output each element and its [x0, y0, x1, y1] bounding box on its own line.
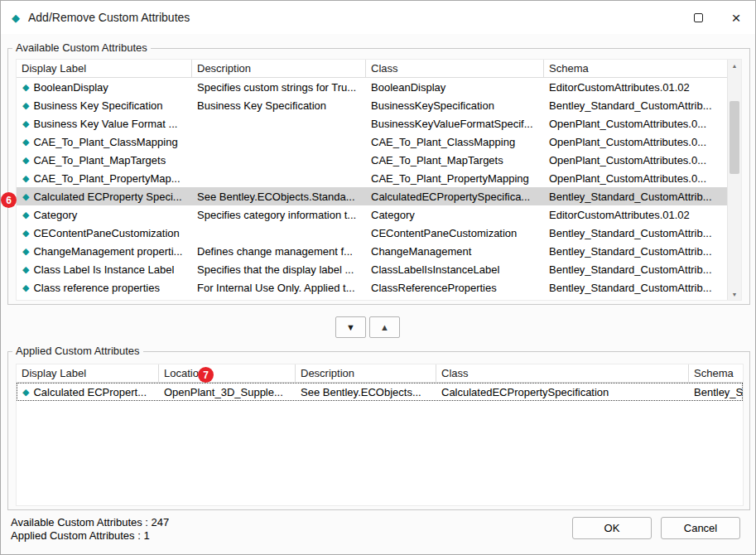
cell-schema: EditorCustomAttributes.01.02: [544, 205, 727, 224]
cell-schema: OpenPlant_CustomAttributes.0...: [544, 114, 727, 133]
title-bar: ◆ Add/Remove Custom Attributes ×: [1, 1, 755, 34]
close-icon: ×: [731, 10, 740, 26]
column-header-display-label[interactable]: Display Label: [17, 364, 159, 382]
move-buttons: ▼ ▲: [335, 316, 400, 338]
column-header-class[interactable]: Class: [436, 364, 689, 382]
cell-display-label: Business Key Value Format ...: [33, 118, 177, 130]
table-row[interactable]: ◆Class Label Is Instance Label Specifies…: [17, 260, 727, 278]
cell-display-label: CAE_To_Plant_ClassMapping: [33, 136, 177, 148]
table-row[interactable]: ◆ChangeManagement properti... Defines ch…: [17, 242, 727, 260]
attribute-icon: ◆: [22, 100, 29, 111]
cell-display-label: BooleanDisplay: [33, 81, 108, 94]
column-header-display-label[interactable]: Display Label: [17, 60, 192, 77]
move-down-icon: ▼: [346, 322, 355, 332]
table-row[interactable]: ◆CAE_To_Plant_MapTargets CAE_To_Plant_Ma…: [17, 151, 727, 169]
attribute-icon: ◆: [22, 82, 29, 93]
move-down-button[interactable]: ▼: [335, 316, 366, 338]
move-up-icon: ▲: [380, 322, 389, 332]
table-row[interactable]: ◆Category Specifies category information…: [17, 205, 727, 224]
attribute-icon: ◆: [22, 228, 29, 239]
cell-schema: Bentley_Standard_CustomAttrib...: [544, 96, 727, 114]
cell-class: ClassReferenceProperties: [366, 278, 544, 297]
attribute-icon: ◆: [22, 387, 29, 398]
ok-button[interactable]: OK: [572, 517, 652, 539]
cell-display-label: Class Label Is Instance Label: [33, 263, 174, 276]
applied-custom-attributes-group: Applied Custom Attributes Display Label …: [7, 351, 750, 510]
table-row-selected[interactable]: ◆Calculated ECProperty Speci... See Bent…: [17, 187, 727, 205]
maximize-button[interactable]: [679, 1, 717, 34]
annotation-badge-7: 7: [198, 367, 214, 383]
column-header-description[interactable]: Description: [192, 60, 366, 77]
scroll-down-icon[interactable]: ▼: [728, 288, 741, 300]
cell-class: Category: [366, 205, 544, 224]
scroll-up-icon[interactable]: ▲: [728, 60, 741, 71]
available-table-body: Display Label Description Class Schema ◆…: [17, 60, 727, 300]
available-group-label: Available Custom Attributes: [12, 41, 151, 54]
column-header-schema[interactable]: Schema: [544, 60, 727, 77]
applied-count-label: Applied Custom Attributes : 1: [11, 529, 150, 542]
cell-description: [192, 114, 366, 133]
applied-table-header: Display Label Location Description Class…: [17, 364, 743, 383]
available-table-header: Display Label Description Class Schema: [17, 60, 727, 78]
cell-display-label: Category: [33, 209, 77, 221]
column-header-description[interactable]: Description: [296, 364, 436, 382]
scrollbar-thumb[interactable]: [730, 101, 739, 174]
cell-location: OpenPlant_3D_Supple...: [159, 383, 296, 401]
cell-description: See Bentley.ECObjects.Standa...: [192, 187, 366, 205]
cell-schema: Bentley_Standard_CustomAttrib...: [544, 242, 727, 260]
cell-class: CAE_To_Plant_MapTargets: [366, 151, 544, 169]
table-row[interactable]: ◆Class reference properties For Internal…: [17, 278, 727, 297]
table-row-selected[interactable]: ◆Calculated ECPropert... OpenPlant_3D_Su…: [17, 383, 743, 401]
cell-schema: OpenPlant_CustomAttributes.0...: [544, 169, 727, 187]
close-button[interactable]: ×: [717, 1, 755, 34]
column-header-class[interactable]: Class: [366, 60, 544, 77]
window-controls: ×: [679, 1, 755, 34]
table-row[interactable]: ◆Business Key Specification Business Key…: [17, 96, 727, 114]
cell-display-label: Class reference properties: [33, 282, 159, 294]
cell-class: BusinessKeyValueFormatSpecif...: [366, 114, 544, 133]
maximize-icon: [694, 13, 703, 22]
attribute-icon: ◆: [22, 173, 29, 184]
cell-display-label: CAE_To_Plant_MapTargets: [33, 154, 166, 166]
cell-description: [192, 133, 366, 151]
cell-description: Business Key Specification: [192, 96, 366, 114]
table-row[interactable]: ◆CAE_To_Plant_PropertyMap... CAE_To_Plan…: [17, 169, 727, 187]
cell-schema: Bentley_Standard_CustomAttrib...: [544, 187, 727, 205]
applied-table-body: Display Label Location Description Class…: [17, 364, 743, 505]
cell-description: [192, 224, 366, 242]
cell-class: CAE_To_Plant_ClassMapping: [366, 133, 544, 151]
cell-schema: OpenPlant_CustomAttributes.0...: [544, 151, 727, 169]
cell-class: ChangeManagement: [366, 242, 544, 260]
attribute-icon: ◆: [22, 282, 29, 293]
column-header-location[interactable]: Location: [159, 364, 296, 382]
cell-class: CalculatedECPropertySpecification: [436, 383, 689, 401]
cell-description: Specifies category information t...: [192, 205, 366, 224]
annotation-badge-6: 6: [1, 192, 17, 208]
cell-description: Specifies that the display label ...: [192, 260, 366, 278]
cell-description: For Internal Use Only. Applied t...: [192, 278, 366, 297]
cell-schema: EditorCustomAttributes.01.02: [544, 78, 727, 96]
cell-schema: OpenPlant_CustomAttributes.0...: [544, 133, 727, 151]
available-custom-attributes-group: Available Custom Attributes Display Labe…: [7, 48, 750, 305]
table-row[interactable]: ◆CEContentPaneCustomization CEContentPan…: [17, 224, 727, 242]
cell-schema: Bentley_Standard_CustomAttrib...: [544, 278, 727, 297]
available-table: Display Label Description Class Schema ◆…: [16, 59, 742, 301]
cell-class: BusinessKeySpecification: [366, 96, 544, 114]
vertical-scrollbar[interactable]: ▲ ▼: [727, 60, 741, 300]
move-up-button[interactable]: ▲: [369, 316, 400, 338]
cell-display-label: CAE_To_Plant_PropertyMap...: [33, 172, 180, 185]
add-remove-custom-attributes-dialog: ◆ Add/Remove Custom Attributes × Availab…: [0, 0, 756, 555]
table-row[interactable]: ◆CAE_To_Plant_ClassMapping CAE_To_Plant_…: [17, 133, 727, 151]
cell-description: Defines change management f...: [192, 242, 366, 260]
cancel-button[interactable]: Cancel: [661, 517, 740, 539]
cell-class: CAE_To_Plant_PropertyMapping: [366, 169, 544, 187]
window-title: Add/Remove Custom Attributes: [28, 11, 190, 24]
attribute-icon: ◆: [22, 155, 29, 166]
app-icon: ◆: [12, 12, 20, 23]
cell-display-label: Calculated ECProperty Speci...: [33, 191, 181, 203]
cell-display-label: Business Key Specification: [33, 99, 162, 112]
column-header-schema[interactable]: Schema: [689, 364, 743, 382]
table-row[interactable]: ◆Business Key Value Format ... BusinessK…: [17, 114, 727, 133]
applied-group-label: Applied Custom Attributes: [12, 345, 143, 357]
table-row[interactable]: ◆BooleanDisplay Specifies custom strings…: [17, 78, 727, 96]
